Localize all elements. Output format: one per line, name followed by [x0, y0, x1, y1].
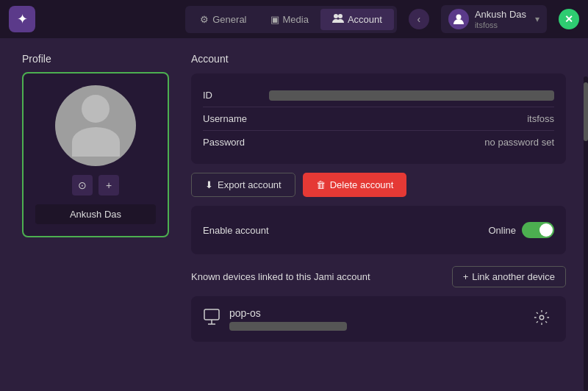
- devices-title: Known devices linked to this Jami accoun…: [191, 271, 452, 282]
- account-avatar: [448, 9, 469, 29]
- export-icon: ⬇: [205, 179, 213, 190]
- main-wrapper: Profile ⊙: [0, 38, 588, 391]
- password-label: Password: [203, 137, 269, 148]
- password-field-row: Password no password set: [203, 131, 554, 154]
- id-field-row: ID: [203, 84, 554, 107]
- close-icon: ✕: [564, 13, 573, 25]
- camera-icon: ⊙: [78, 179, 87, 191]
- scrollbar[interactable]: [584, 76, 588, 391]
- chevron-down-icon: ▾: [535, 14, 539, 24]
- top-bar: ✦ ⚙ General ▣ Media Account ‹: [0, 0, 588, 38]
- gear-icon: [534, 309, 550, 329]
- profile-name-button[interactable]: Ankush Das: [35, 204, 156, 224]
- profile-panel: Profile ⊙: [22, 53, 169, 376]
- device-computer-icon: [203, 309, 220, 329]
- tab-media[interactable]: ▣ Media: [259, 10, 320, 29]
- devices-header: Known devices linked to this Jami accoun…: [191, 266, 566, 287]
- back-button[interactable]: ‹: [409, 9, 429, 29]
- account-display-name: Ankush Das: [475, 9, 526, 21]
- account-id-text: itsfoss: [475, 21, 526, 29]
- avatar-body: [72, 127, 120, 157]
- avatar-person-icon: [72, 95, 120, 157]
- id-value: [269, 90, 554, 101]
- camera-button[interactable]: ⊙: [72, 175, 93, 196]
- username-field-row: Username itsfoss: [203, 107, 554, 131]
- back-icon: ‹: [417, 13, 421, 25]
- devices-section: Known devices linked to this Jami accoun…: [191, 266, 566, 342]
- tab-general[interactable]: ⚙ General: [188, 10, 258, 29]
- device-info: pop-os: [229, 307, 520, 331]
- password-value: no password set: [269, 137, 554, 148]
- svg-rect-3: [204, 309, 219, 320]
- toggle-knob: [539, 223, 553, 237]
- account-info: Ankush Das itsfoss: [475, 9, 526, 29]
- tab-general-label: General: [212, 14, 246, 25]
- link-device-button[interactable]: + Link another device: [452, 266, 566, 287]
- profile-section-title: Profile: [22, 53, 169, 65]
- delete-account-button[interactable]: 🗑 Delete account: [303, 173, 407, 197]
- enable-account-row: Enable account Online: [203, 216, 554, 244]
- avatar-actions: ⊙ +: [72, 175, 119, 196]
- device-card: pop-os: [191, 296, 566, 342]
- add-photo-button[interactable]: +: [98, 175, 119, 196]
- tab-account-label: Account: [348, 14, 382, 25]
- avatar-container: [55, 85, 136, 166]
- export-button-label: Export account: [218, 179, 282, 190]
- username-value: itsfoss: [269, 113, 554, 124]
- media-icon: ▣: [270, 14, 279, 25]
- avatar-head: [82, 95, 110, 123]
- tab-account[interactable]: Account: [320, 9, 394, 30]
- trash-icon: 🗑: [316, 179, 326, 190]
- logo-icon: ✦: [17, 11, 28, 27]
- main-content: Profile ⊙: [0, 38, 588, 391]
- enable-account-label: Enable account: [203, 225, 488, 236]
- avatar: [55, 85, 136, 166]
- account-fields: ID Username itsfoss Password no password…: [191, 73, 566, 164]
- device-settings-button[interactable]: [529, 306, 554, 331]
- logo-button[interactable]: ✦: [9, 6, 35, 32]
- scroll-thumb[interactable]: [584, 82, 588, 141]
- plus-link-icon: +: [463, 271, 469, 282]
- device-id-blurred: [229, 322, 347, 331]
- svg-point-1: [338, 14, 343, 18]
- account-selector[interactable]: Ankush Das itsfoss ▾: [441, 5, 547, 33]
- svg-point-0: [334, 14, 338, 18]
- account-section-title: Account: [191, 53, 566, 65]
- plus-icon: +: [106, 179, 112, 191]
- svg-point-2: [456, 15, 461, 20]
- profile-card: ⊙ + Ankush Das: [22, 72, 169, 237]
- account-tab-icon: [332, 13, 344, 26]
- delete-button-label: Delete account: [330, 179, 394, 190]
- svg-point-4: [539, 315, 544, 320]
- nav-tabs: ⚙ General ▣ Media Account: [185, 6, 397, 33]
- close-button[interactable]: ✕: [559, 9, 579, 29]
- device-name: pop-os: [229, 307, 520, 319]
- export-account-button[interactable]: ⬇ Export account: [191, 173, 295, 197]
- id-label: ID: [203, 90, 269, 101]
- link-device-label: Link another device: [472, 271, 555, 282]
- username-label: Username: [203, 113, 269, 124]
- online-status-label: Online: [488, 225, 516, 236]
- enable-account-toggle[interactable]: [522, 222, 554, 238]
- tab-media-label: Media: [283, 14, 309, 25]
- account-actions: ⬇ Export account 🗑 Delete account: [191, 173, 566, 197]
- account-panel: Account ID Username itsfoss Password: [191, 53, 566, 376]
- general-icon: ⚙: [200, 14, 209, 25]
- enable-account-row-container: Enable account Online: [191, 206, 566, 254]
